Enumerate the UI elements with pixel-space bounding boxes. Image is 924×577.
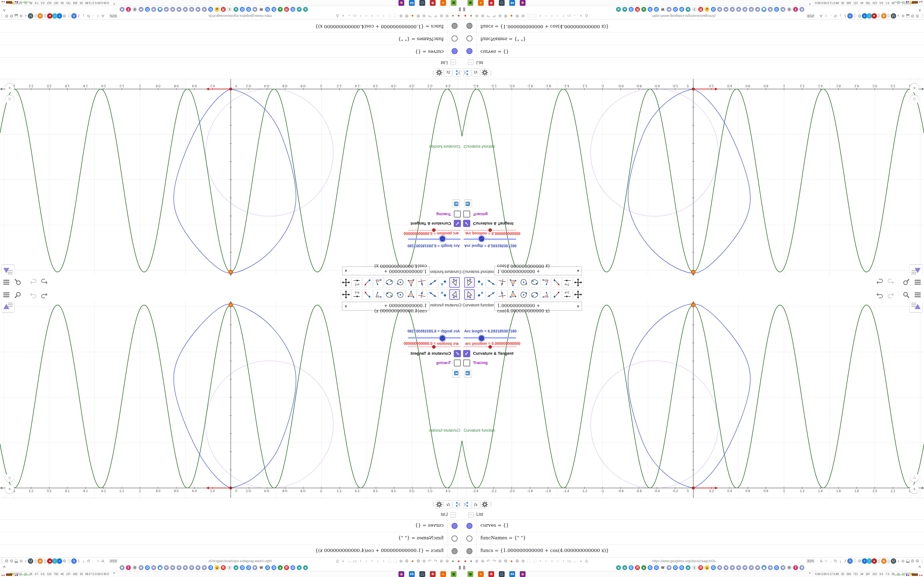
fx-icon[interactable]: fx	[472, 500, 480, 509]
algebra-row-curves[interactable]: curves = {}	[462, 519, 924, 532]
algebra-style-toggle[interactable]	[910, 302, 922, 312]
screenshot-app-icon[interactable]: ▦	[451, 571, 457, 577]
firefox-app-icon[interactable]: ●	[440, 0, 446, 6]
display-app-icon[interactable]: ▢	[499, 571, 505, 577]
lock-icon[interactable]: Δ	[584, 558, 589, 564]
gear-icon[interactable]: ⚙	[4, 13, 9, 19]
dot-teal-favicon[interactable]: ●	[622, 565, 627, 570]
square-icon[interactable]: ▢	[532, 13, 537, 19]
square-icon[interactable]: ▢	[526, 13, 531, 19]
play-pause-button[interactable]: ▶|	[452, 200, 460, 208]
chat-blue-favicon[interactable]: ▣	[761, 565, 766, 570]
graphics-view[interactable]: -2.4-2.2-2.0-1.8-1.6-1.4-1.2-1-0.8-0.6-0…	[462, 301, 924, 498]
curvature-tangent-checkbox[interactable]: ✓	[463, 350, 470, 357]
owl-app-icon[interactable]: ◉	[520, 571, 525, 577]
circle-tool-button[interactable]	[395, 289, 405, 300]
search-icon[interactable]	[902, 291, 911, 299]
pin-icon[interactable]: ●	[456, 13, 462, 19]
perpendicular-line-tool-button[interactable]	[417, 277, 427, 288]
dot-icon[interactable]: •	[538, 558, 543, 564]
arc-length-slider-thumb[interactable]	[478, 335, 485, 342]
avatar-icon[interactable]: ●	[450, 13, 456, 19]
algebra-style-toggle[interactable]	[910, 265, 922, 275]
flower-favicon[interactable]: ✳	[170, 565, 175, 570]
globe-icon[interactable]: ⊕	[497, 558, 503, 564]
spade-green-favicon[interactable]: ♠	[641, 7, 646, 12]
dot-icon[interactable]: •	[369, 13, 375, 19]
flower-favicon[interactable]: ✳	[768, 7, 773, 12]
dot-icon[interactable]: •	[358, 13, 363, 19]
google-favicon[interactable]: G	[628, 7, 633, 12]
info-favicon[interactable]: i	[692, 7, 697, 12]
flower-favicon[interactable]: ✳	[176, 565, 181, 570]
kebab-menu-icon[interactable]: ⋮	[488, 70, 493, 76]
wrench-icon[interactable]: ⚙	[9, 13, 14, 19]
zoom-in-icon[interactable]: +	[5, 84, 14, 92]
photos-favicon[interactable]: ▲	[215, 7, 220, 12]
tracing-checkbox[interactable]	[454, 359, 461, 366]
visibility-marble[interactable]	[467, 48, 472, 54]
trash-icon[interactable]: ▯	[33, 558, 38, 564]
dot-teal-favicon[interactable]: ●	[616, 565, 621, 570]
circle-icon[interactable]: ○	[555, 13, 561, 19]
caret-up-icon[interactable]: ^	[919, 565, 921, 570]
chevron-down-icon[interactable]: ▼	[576, 304, 580, 309]
stats-chevron-icon[interactable]: ^	[809, 2, 811, 5]
wrench-icon[interactable]: ⚙	[503, 13, 509, 19]
zoom-in-icon[interactable]: +	[910, 84, 919, 92]
flower-favicon[interactable]: ✳	[717, 7, 722, 12]
google-favicon[interactable]: G	[291, 7, 296, 12]
curvature-function-input[interactable]: 1.000000000000 + cos(4.000000000000 x) ▼	[494, 266, 582, 275]
circle-icon[interactable]: ○	[375, 13, 381, 19]
dot-icon[interactable]: •	[549, 13, 555, 19]
ice-red-icon[interactable]: ●	[47, 558, 53, 564]
line-tool-button[interactable]	[428, 289, 438, 300]
globe-icon[interactable]: ⊕	[444, 13, 450, 19]
point-tool-button[interactable]: A	[475, 277, 486, 288]
flower-favicon[interactable]: ✳	[768, 565, 773, 570]
dot-icon[interactable]: •	[538, 13, 543, 19]
wrench-icon[interactable]: ⚙	[415, 13, 421, 19]
algebra-row-funcnames[interactable]: funcNames = {" "}	[462, 532, 924, 545]
info-favicon[interactable]: i	[692, 565, 697, 570]
perpendicular-line-tool-button[interactable]	[417, 289, 427, 300]
flower-favicon[interactable]: ✳	[164, 565, 169, 570]
circle-icon[interactable]: ○	[375, 558, 381, 564]
google-favicon[interactable]: G	[679, 7, 684, 12]
floppy64-app-icon[interactable]: 64	[409, 571, 415, 577]
dot-teal-favicon[interactable]: ●	[686, 7, 691, 12]
algebra-row-funcs[interactable]: funcs = {1.000000000000 + cos(4.00000000…	[462, 19, 924, 32]
globe-icon[interactable]: ⊕	[18, 558, 24, 564]
shield-icon[interactable]: ◖	[578, 13, 583, 19]
reflect-tool-button[interactable]	[551, 289, 562, 300]
dot-icon[interactable]: •	[369, 558, 375, 564]
globe-icon[interactable]: ⊕	[480, 558, 485, 564]
home-icon[interactable]: ⌂	[5, 95, 14, 104]
gear-fav-favicon[interactable]: ⚙	[132, 7, 137, 12]
algebra-style-toggle[interactable]	[2, 265, 14, 275]
reflect-tool-button[interactable]	[362, 289, 373, 300]
pin-icon[interactable]: ●	[462, 13, 468, 19]
flower-favicon[interactable]: ✳	[139, 565, 144, 570]
globe-icon[interactable]: ⊕	[474, 13, 480, 19]
function-red-favicon[interactable]: f	[126, 565, 131, 570]
gear-fav-favicon[interactable]: ⚙	[787, 7, 792, 12]
google-favicon[interactable]: G	[654, 565, 659, 570]
curvature-function-input[interactable]: 1.000000000000 + cos(4.000000000000 x) ▼	[342, 266, 430, 275]
flower-favicon[interactable]: ✳	[252, 7, 257, 12]
square-icon[interactable]: ▢	[526, 558, 531, 564]
gear-icon[interactable]	[481, 500, 489, 509]
menu-icon[interactable]	[914, 291, 922, 299]
flower-favicon[interactable]: ✳	[780, 7, 785, 12]
curvature-tangent-checkbox[interactable]: ✓	[463, 220, 470, 227]
curvature-function-input[interactable]: 1.000000000000 + cos(4.000000000000 x) ▼	[342, 302, 430, 311]
collapse-icon[interactable]: −	[451, 512, 456, 517]
visibility-marble[interactable]	[467, 23, 472, 29]
settings-app-icon[interactable]: ⚙	[488, 0, 494, 6]
google-favicon[interactable]: G	[291, 565, 296, 570]
move-tool-button[interactable]	[464, 277, 475, 288]
slider-tool-button[interactable]: a=2	[562, 277, 573, 288]
floppy64-app-icon[interactable]: 64	[509, 571, 515, 577]
algebra-row-curves[interactable]: curves = {}	[0, 45, 462, 58]
visibility-marble[interactable]	[452, 523, 457, 529]
